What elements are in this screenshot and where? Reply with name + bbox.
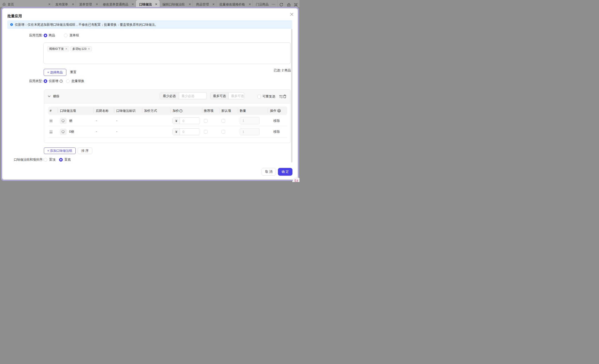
svg-text:Z: Z xyxy=(281,97,282,98)
svg-text:?: ? xyxy=(61,80,62,82)
svg-text:?: ? xyxy=(180,110,182,112)
